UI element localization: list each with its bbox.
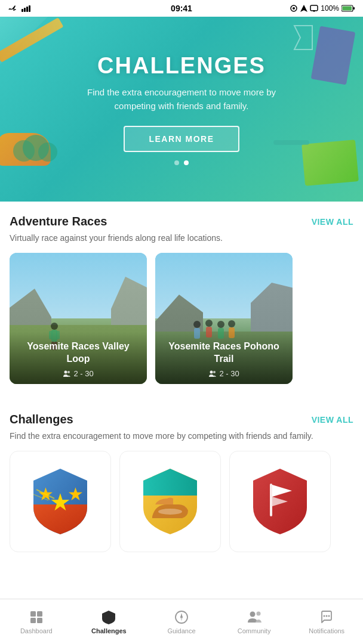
main-content: Adventure Races VIEW ALL Virtually race … xyxy=(0,202,363,615)
svg-rect-11 xyxy=(353,7,355,10)
race-card-1-overlay: Yosemite Races Valley Loop 2 - 30 xyxy=(10,332,147,384)
svg-point-27 xyxy=(217,321,224,328)
deco-trees xyxy=(12,133,60,169)
nav-label-notifications: Notifications xyxy=(309,627,344,634)
challenge-card-1[interactable]: ★ ★ ★ xyxy=(10,451,111,552)
battery-text: 100% xyxy=(321,4,339,13)
svg-rect-10 xyxy=(343,7,352,11)
svg-point-38 xyxy=(158,509,182,515)
svg-point-23 xyxy=(193,321,201,328)
svg-point-15 xyxy=(51,323,58,330)
svg-rect-2 xyxy=(26,7,28,12)
location-icon xyxy=(290,5,298,12)
hero-pagination xyxy=(174,160,189,165)
star-shield-icon xyxy=(101,609,116,625)
adventure-races-title: Adventure Races xyxy=(10,215,107,228)
status-right: 100% xyxy=(290,4,355,13)
race-card-2-name: Yosemite Races Pohono Trail xyxy=(162,340,285,366)
race-card-1[interactable]: Yosemite Races Valley Loop 2 - 30 xyxy=(10,253,147,384)
challenges-desc: Find the extra encouragement to move mor… xyxy=(10,430,353,442)
svg-point-25 xyxy=(205,320,213,327)
challenges-title: Challenges xyxy=(10,413,73,426)
arrow-icon xyxy=(300,5,307,12)
grid-icon xyxy=(29,609,44,625)
adventure-races-header: Adventure Races VIEW ALL xyxy=(10,202,353,232)
svg-point-31 xyxy=(210,370,213,373)
players-icon-2 xyxy=(208,370,217,378)
nav-item-notifications[interactable]: Notifications xyxy=(290,605,363,634)
svg-point-51 xyxy=(324,615,325,617)
adventure-races-view-all[interactable]: VIEW ALL xyxy=(312,217,353,227)
race-card-1-players: 2 - 30 xyxy=(17,369,140,378)
nav-item-guidance[interactable]: Guidance xyxy=(145,605,218,634)
status-bar: 09:41 100% xyxy=(0,0,363,17)
svg-point-14 xyxy=(38,143,57,162)
svg-point-13 xyxy=(23,135,49,161)
svg-rect-0 xyxy=(21,9,23,12)
svg-point-50 xyxy=(256,611,260,615)
players-icon-1 xyxy=(63,370,71,378)
race-cards-row: Yosemite Races Valley Loop 2 - 30 xyxy=(10,253,353,388)
hero-banner: CHALLENGES Find the extra encouragement … xyxy=(0,17,363,202)
hero-dot-1[interactable] xyxy=(174,160,179,165)
svg-point-22 xyxy=(67,371,70,373)
nav-item-community[interactable]: Community xyxy=(218,605,291,634)
svg-point-21 xyxy=(64,370,67,373)
status-time: 09:41 xyxy=(171,4,192,13)
battery-icon xyxy=(342,5,355,12)
adventure-races-desc: Virtually race against your friends alon… xyxy=(10,232,353,244)
svg-point-53 xyxy=(328,615,330,617)
svg-point-29 xyxy=(228,320,235,327)
challenges-header: Challenges VIEW ALL xyxy=(10,400,353,430)
svg-marker-47 xyxy=(180,613,182,617)
race-card-2[interactable]: Yosemite Races Pohono Trail 2 - 30 xyxy=(155,253,293,384)
challenge-card-3[interactable] xyxy=(229,451,331,552)
screen-icon xyxy=(310,5,318,12)
svg-rect-43 xyxy=(37,618,42,623)
stars-badge-icon: ★ ★ ★ xyxy=(27,466,93,537)
shoe-badge-icon xyxy=(137,466,203,537)
nav-label-dashboard: Dashboard xyxy=(20,627,53,634)
flag-badge-icon xyxy=(247,466,313,537)
svg-point-32 xyxy=(213,371,216,373)
challenge-card-2[interactable] xyxy=(119,451,221,552)
nav-label-community: Community xyxy=(238,627,271,634)
hero-subtitle: Find the extra encouragement to move mor… xyxy=(80,86,283,113)
svg-text:★: ★ xyxy=(67,484,84,504)
svg-point-49 xyxy=(250,611,255,617)
race-card-1-name: Yosemite Races Valley Loop xyxy=(17,340,140,366)
people-icon xyxy=(247,609,262,625)
svg-rect-39 xyxy=(270,484,272,516)
svg-rect-3 xyxy=(29,5,30,12)
hero-dot-2[interactable] xyxy=(184,160,189,165)
svg-marker-48 xyxy=(180,618,182,621)
chat-bubble-icon xyxy=(319,609,334,625)
challenge-cards-row: ★ ★ ★ xyxy=(10,451,353,556)
nav-item-challenges[interactable]: Challenges xyxy=(73,605,146,634)
svg-point-5 xyxy=(293,7,295,10)
race-card-2-overlay: Yosemite Races Pohono Trail 2 - 30 xyxy=(155,332,293,384)
nav-label-guidance: Guidance xyxy=(167,627,195,634)
deco-zigzag xyxy=(291,23,315,52)
svg-point-52 xyxy=(326,615,328,617)
svg-point-12 xyxy=(13,140,35,162)
nav-label-challenges: Challenges xyxy=(91,627,127,634)
hero-title: CHALLENGES xyxy=(97,53,266,79)
compass-icon xyxy=(174,609,189,625)
race-card-2-players: 2 - 30 xyxy=(162,369,285,378)
bottom-nav: Dashboard Challenges Guidance xyxy=(0,599,363,644)
svg-rect-1 xyxy=(24,8,26,12)
svg-rect-6 xyxy=(310,5,318,11)
nav-item-dashboard[interactable]: Dashboard xyxy=(0,605,73,634)
svg-rect-40 xyxy=(30,611,36,617)
challenges-view-all[interactable]: VIEW ALL xyxy=(312,415,353,425)
airplane-icon xyxy=(8,5,18,12)
signal-icon xyxy=(21,5,32,12)
svg-rect-41 xyxy=(37,611,42,617)
status-left xyxy=(8,5,32,12)
svg-rect-42 xyxy=(30,618,36,623)
learn-more-button[interactable]: LEARN MORE xyxy=(124,126,239,152)
